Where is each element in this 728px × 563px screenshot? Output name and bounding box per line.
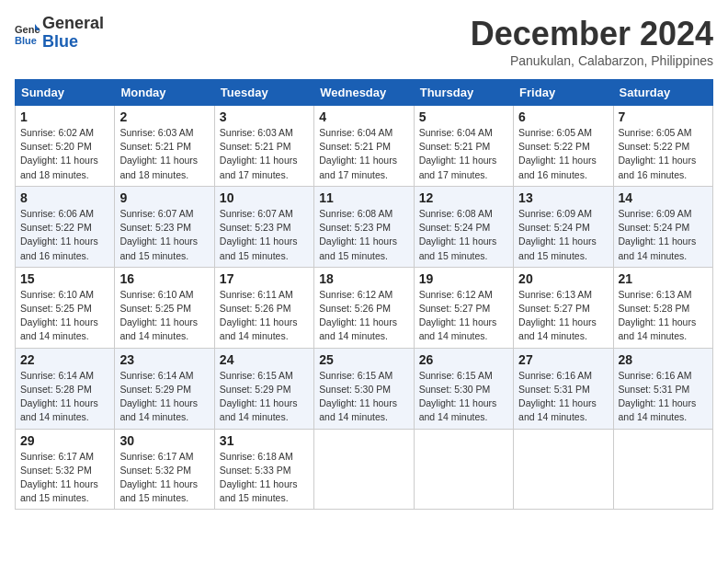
calendar-cell: 3Sunrise: 6:03 AMSunset: 5:21 PMDaylight… bbox=[214, 106, 313, 187]
calendar-cell: 11Sunrise: 6:08 AMSunset: 5:23 PMDayligh… bbox=[314, 186, 414, 267]
day-number: 10 bbox=[220, 190, 309, 205]
day-number: 11 bbox=[319, 190, 408, 205]
header-friday: Friday bbox=[514, 80, 613, 106]
day-info: Sunrise: 6:08 AMSunset: 5:23 PMDaylight:… bbox=[319, 207, 408, 263]
day-info: Sunrise: 6:11 AMSunset: 5:26 PMDaylight:… bbox=[220, 288, 309, 344]
day-info: Sunrise: 6:06 AMSunset: 5:22 PMDaylight:… bbox=[20, 207, 109, 263]
calendar-cell: 8Sunrise: 6:06 AMSunset: 5:22 PMDaylight… bbox=[16, 186, 115, 267]
day-info: Sunrise: 6:10 AMSunset: 5:25 PMDaylight:… bbox=[20, 288, 109, 344]
day-info: Sunrise: 6:02 AMSunset: 5:20 PMDaylight:… bbox=[20, 126, 109, 182]
day-info: Sunrise: 6:12 AMSunset: 5:26 PMDaylight:… bbox=[319, 288, 408, 344]
day-info: Sunrise: 6:05 AMSunset: 5:22 PMDaylight:… bbox=[518, 126, 608, 182]
day-number: 7 bbox=[619, 109, 708, 124]
day-number: 19 bbox=[419, 271, 508, 286]
day-number: 27 bbox=[518, 352, 608, 367]
day-number: 31 bbox=[220, 433, 309, 448]
day-info: Sunrise: 6:09 AMSunset: 5:24 PMDaylight:… bbox=[518, 207, 608, 263]
day-info: Sunrise: 6:13 AMSunset: 5:27 PMDaylight:… bbox=[518, 288, 608, 344]
logo: General Blue General Blue bbox=[15, 15, 104, 52]
day-info: Sunrise: 6:17 AMSunset: 5:32 PMDaylight:… bbox=[20, 450, 109, 506]
calendar-cell bbox=[514, 429, 613, 510]
day-info: Sunrise: 6:12 AMSunset: 5:27 PMDaylight:… bbox=[419, 288, 508, 344]
day-number: 1 bbox=[20, 109, 109, 124]
day-number: 26 bbox=[419, 352, 508, 367]
header-sunday: Sunday bbox=[16, 80, 115, 106]
day-number: 28 bbox=[619, 352, 708, 367]
day-info: Sunrise: 6:07 AMSunset: 5:23 PMDaylight:… bbox=[220, 207, 309, 263]
day-number: 30 bbox=[119, 433, 209, 448]
location-subtitle: Panukulan, Calabarzon, Philippines bbox=[471, 53, 713, 68]
calendar-cell: 22Sunrise: 6:14 AMSunset: 5:28 PMDayligh… bbox=[16, 348, 115, 429]
day-number: 9 bbox=[119, 190, 209, 205]
calendar-cell: 17Sunrise: 6:11 AMSunset: 5:26 PMDayligh… bbox=[214, 267, 313, 348]
day-number: 14 bbox=[619, 190, 708, 205]
day-info: Sunrise: 6:17 AMSunset: 5:32 PMDaylight:… bbox=[119, 450, 209, 506]
day-number: 24 bbox=[220, 352, 309, 367]
day-info: Sunrise: 6:14 AMSunset: 5:29 PMDaylight:… bbox=[119, 369, 209, 425]
day-info: Sunrise: 6:04 AMSunset: 5:21 PMDaylight:… bbox=[319, 126, 408, 182]
calendar-cell: 9Sunrise: 6:07 AMSunset: 5:23 PMDaylight… bbox=[115, 186, 214, 267]
calendar-cell: 18Sunrise: 6:12 AMSunset: 5:26 PMDayligh… bbox=[314, 267, 414, 348]
calendar-cell: 23Sunrise: 6:14 AMSunset: 5:29 PMDayligh… bbox=[115, 348, 214, 429]
day-info: Sunrise: 6:15 AMSunset: 5:30 PMDaylight:… bbox=[319, 369, 408, 425]
header-thursday: Thursday bbox=[414, 80, 513, 106]
calendar-cell: 12Sunrise: 6:08 AMSunset: 5:24 PMDayligh… bbox=[414, 186, 513, 267]
day-info: Sunrise: 6:14 AMSunset: 5:28 PMDaylight:… bbox=[20, 369, 109, 425]
calendar-cell: 24Sunrise: 6:15 AMSunset: 5:29 PMDayligh… bbox=[214, 348, 313, 429]
day-number: 22 bbox=[20, 352, 109, 367]
header-saturday: Saturday bbox=[613, 80, 712, 106]
day-info: Sunrise: 6:13 AMSunset: 5:28 PMDaylight:… bbox=[619, 288, 708, 344]
header-tuesday: Tuesday bbox=[214, 80, 313, 106]
calendar-cell: 26Sunrise: 6:15 AMSunset: 5:30 PMDayligh… bbox=[414, 348, 513, 429]
day-number: 29 bbox=[20, 433, 109, 448]
day-number: 23 bbox=[119, 352, 209, 367]
day-number: 20 bbox=[518, 271, 608, 286]
day-info: Sunrise: 6:10 AMSunset: 5:25 PMDaylight:… bbox=[119, 288, 209, 344]
calendar-cell: 14Sunrise: 6:09 AMSunset: 5:24 PMDayligh… bbox=[613, 186, 712, 267]
calendar-cell: 29Sunrise: 6:17 AMSunset: 5:32 PMDayligh… bbox=[16, 429, 115, 510]
day-number: 18 bbox=[319, 271, 408, 286]
calendar-cell: 7Sunrise: 6:05 AMSunset: 5:22 PMDaylight… bbox=[613, 106, 712, 187]
calendar-cell: 28Sunrise: 6:16 AMSunset: 5:31 PMDayligh… bbox=[613, 348, 712, 429]
day-number: 13 bbox=[518, 190, 608, 205]
header-wednesday: Wednesday bbox=[314, 80, 414, 106]
day-info: Sunrise: 6:07 AMSunset: 5:23 PMDaylight:… bbox=[119, 207, 209, 263]
day-number: 3 bbox=[220, 109, 309, 124]
calendar-table: SundayMondayTuesdayWednesdayThursdayFrid… bbox=[15, 79, 713, 510]
day-number: 6 bbox=[518, 109, 608, 124]
calendar-cell: 21Sunrise: 6:13 AMSunset: 5:28 PMDayligh… bbox=[613, 267, 712, 348]
calendar-cell: 1Sunrise: 6:02 AMSunset: 5:20 PMDaylight… bbox=[16, 106, 115, 187]
day-info: Sunrise: 6:03 AMSunset: 5:21 PMDaylight:… bbox=[220, 126, 309, 182]
calendar-week-row: 1Sunrise: 6:02 AMSunset: 5:20 PMDaylight… bbox=[16, 106, 713, 187]
day-number: 5 bbox=[419, 109, 508, 124]
logo-text: General Blue bbox=[42, 15, 104, 52]
calendar-cell bbox=[314, 429, 414, 510]
day-info: Sunrise: 6:15 AMSunset: 5:30 PMDaylight:… bbox=[419, 369, 508, 425]
calendar-cell: 10Sunrise: 6:07 AMSunset: 5:23 PMDayligh… bbox=[214, 186, 313, 267]
calendar-cell: 13Sunrise: 6:09 AMSunset: 5:24 PMDayligh… bbox=[514, 186, 613, 267]
day-number: 12 bbox=[419, 190, 508, 205]
day-info: Sunrise: 6:16 AMSunset: 5:31 PMDaylight:… bbox=[518, 369, 608, 425]
calendar-cell: 20Sunrise: 6:13 AMSunset: 5:27 PMDayligh… bbox=[514, 267, 613, 348]
day-number: 8 bbox=[20, 190, 109, 205]
day-number: 17 bbox=[220, 271, 309, 286]
calendar-cell: 6Sunrise: 6:05 AMSunset: 5:22 PMDaylight… bbox=[514, 106, 613, 187]
calendar-cell: 25Sunrise: 6:15 AMSunset: 5:30 PMDayligh… bbox=[314, 348, 414, 429]
day-info: Sunrise: 6:16 AMSunset: 5:31 PMDaylight:… bbox=[619, 369, 708, 425]
day-info: Sunrise: 6:04 AMSunset: 5:21 PMDaylight:… bbox=[419, 126, 508, 182]
day-info: Sunrise: 6:15 AMSunset: 5:29 PMDaylight:… bbox=[220, 369, 309, 425]
calendar-header-row: SundayMondayTuesdayWednesdayThursdayFrid… bbox=[16, 80, 713, 106]
calendar-cell: 5Sunrise: 6:04 AMSunset: 5:21 PMDaylight… bbox=[414, 106, 513, 187]
calendar-week-row: 8Sunrise: 6:06 AMSunset: 5:22 PMDaylight… bbox=[16, 186, 713, 267]
calendar-cell: 19Sunrise: 6:12 AMSunset: 5:27 PMDayligh… bbox=[414, 267, 513, 348]
day-info: Sunrise: 6:09 AMSunset: 5:24 PMDaylight:… bbox=[619, 207, 708, 263]
calendar-cell bbox=[414, 429, 513, 510]
svg-text:Blue: Blue bbox=[15, 35, 37, 46]
calendar-cell: 2Sunrise: 6:03 AMSunset: 5:21 PMDaylight… bbox=[115, 106, 214, 187]
day-number: 25 bbox=[319, 352, 408, 367]
logo-icon: General Blue bbox=[15, 20, 40, 46]
title-block: December 2024 Panukulan, Calabarzon, Phi… bbox=[471, 15, 713, 75]
day-number: 15 bbox=[20, 271, 109, 286]
calendar-cell: 15Sunrise: 6:10 AMSunset: 5:25 PMDayligh… bbox=[16, 267, 115, 348]
calendar-week-row: 15Sunrise: 6:10 AMSunset: 5:25 PMDayligh… bbox=[16, 267, 713, 348]
